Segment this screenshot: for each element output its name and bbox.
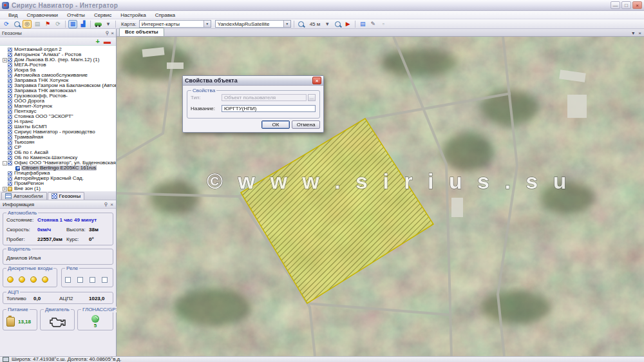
chevron-down-icon[interactable]: ▾ [632, 30, 634, 36]
expander-icon[interactable] [3, 125, 7, 129]
search-icon[interactable] [12, 20, 21, 28]
expander-icon[interactable] [3, 89, 7, 93]
tree-item[interactable]: Тьюозян [0, 140, 116, 145]
maximize-button[interactable]: □ [621, 1, 631, 9]
relay-checkbox[interactable] [102, 277, 108, 283]
dialog-close-icon[interactable]: × [312, 77, 321, 84]
expander-icon[interactable] [3, 110, 7, 114]
expander-icon[interactable] [3, 115, 7, 119]
tree-item[interactable]: СР [0, 145, 116, 150]
expander-icon[interactable] [3, 146, 7, 150]
close-icon[interactable]: × [110, 202, 113, 207]
chevron-down-icon[interactable]: ▾ [283, 21, 290, 27]
zoom-out-icon[interactable] [297, 20, 306, 28]
expander-icon[interactable] [3, 120, 7, 124]
tab-geozones[interactable]: Геозоны [48, 192, 85, 200]
tree-item[interactable]: Грузовозофф, Ростов- [0, 93, 116, 99]
expander-icon[interactable] [3, 53, 7, 57]
tree-item[interactable]: Citroen Berlingo Е205КС 161rus [0, 166, 116, 171]
menu-item[interactable]: Вид [4, 11, 22, 19]
map-source-select[interactable]: Интернет-карты ▾ [139, 20, 211, 28]
relay-checkbox[interactable] [90, 277, 95, 283]
tree-item[interactable]: Заправка ТНК Хотунок [0, 78, 116, 83]
expander-icon[interactable] [3, 156, 7, 160]
expander-icon[interactable] [3, 84, 7, 88]
expander-icon[interactable] [3, 48, 7, 52]
expander-icon[interactable]: + [3, 187, 7, 191]
expander-icon[interactable] [3, 171, 7, 176]
relay-checkbox[interactable] [65, 277, 71, 283]
tree-item[interactable]: Заправка Газпром на Баклановском (Автово… [0, 83, 116, 88]
expander-icon[interactable] [3, 79, 7, 83]
select-mode-icon[interactable]: ◎ [23, 20, 32, 28]
tree-item[interactable]: Искра 9а [0, 68, 116, 73]
close-button[interactable]: × [632, 1, 642, 9]
expander-icon[interactable]: - [3, 161, 7, 166]
tree-item[interactable]: Шахты БСМП [0, 124, 116, 129]
car-dropdown-icon[interactable]: ▾ [104, 20, 113, 28]
scale-dropdown-icon[interactable]: ▾ [323, 20, 332, 28]
tab-vehicles[interactable]: Автомобили [1, 192, 47, 200]
tree-item[interactable]: Заправка ТНК автовокзал [0, 88, 116, 93]
tree-item[interactable]: МЕГА-Ростов [0, 62, 116, 68]
zoom-in-icon[interactable] [333, 20, 342, 28]
relay-checkbox[interactable] [77, 277, 83, 283]
tree-item[interactable]: ООО Дорога [0, 99, 116, 104]
browse-button[interactable]: ... [308, 94, 316, 101]
car-icon[interactable] [93, 20, 102, 28]
tree-item[interactable]: Авторейнджер Красный Сад. [0, 176, 116, 181]
tree-item[interactable]: Птицефабрика [0, 171, 116, 176]
blank-icon[interactable]: ▫ [379, 20, 388, 28]
scale-value[interactable]: 45 м [310, 21, 321, 27]
expander-icon[interactable] [3, 68, 7, 73]
edit-icon[interactable]: ✎ [368, 20, 377, 28]
tree-item[interactable]: - Офис ООО "Навигатор", ул. Буденновская… [0, 160, 116, 166]
tree-item[interactable]: Н-транс [0, 119, 116, 124]
follow-icon[interactable]: ▶ [343, 20, 352, 28]
refresh-disabled-icon[interactable]: ⟳ [53, 20, 62, 28]
expander-icon[interactable] [10, 166, 15, 171]
refresh-icon[interactable]: ⟳ [2, 20, 11, 28]
expander-icon[interactable] [3, 140, 7, 145]
menu-item[interactable]: Настройка [116, 11, 150, 19]
expander-icon[interactable] [3, 94, 7, 99]
tree-item[interactable]: ПромРегион [0, 181, 116, 186]
expander-icon[interactable] [3, 182, 7, 186]
menu-item[interactable]: Справка [151, 11, 180, 19]
tree-item[interactable]: Пентхаус [0, 109, 116, 114]
map-layer-select[interactable]: YandexMapRuSatellite ▾ [215, 20, 291, 28]
tree-item[interactable]: ОБ по Каменск-Шахтинску [0, 155, 116, 160]
tree-item[interactable]: + Дом Лыкова В.Ю. (пер. Магн.12) (1) [0, 57, 116, 62]
list-icon[interactable]: ▤ [358, 20, 367, 28]
flag-icon[interactable]: ⚑ [43, 20, 52, 28]
track-icon[interactable]: ▤ [33, 20, 42, 28]
delete-geozone-button[interactable]: ▬ [104, 38, 111, 44]
dialog-title-bar[interactable]: Свойства объекта × [183, 76, 323, 86]
tree-item[interactable]: ОБ по г. Аксай [0, 150, 116, 155]
menu-item[interactable]: Сервис [90, 11, 116, 19]
tree-item[interactable]: Трамвайная [0, 135, 116, 140]
close-icon[interactable]: × [638, 30, 641, 36]
tree-item[interactable]: Авторынок "Алмаз" - Ростов [0, 52, 116, 57]
tree-item[interactable]: Магнит-Хотунок [0, 104, 116, 109]
close-icon[interactable]: × [111, 30, 114, 36]
tree-item[interactable]: Сириус Навигатор - производство [0, 129, 116, 135]
name-field[interactable]: ЮРГТУ(НПИ) [222, 105, 316, 112]
tree-item[interactable]: + Вне зон (1) [0, 186, 116, 191]
expander-icon[interactable] [3, 151, 7, 155]
expander-icon[interactable] [3, 135, 7, 140]
cancel-button[interactable]: Отмена [292, 120, 320, 129]
expander-icon[interactable] [3, 63, 7, 68]
tree-item[interactable]: Стоянка ООО "ЭСКОРТ" [0, 114, 116, 119]
pin-icon[interactable]: ⚲ [104, 202, 108, 207]
expander-icon[interactable] [3, 176, 7, 181]
expander-icon[interactable] [3, 130, 7, 135]
expander-icon[interactable]: + [3, 58, 7, 62]
chart-icon[interactable]: ▟ [79, 20, 88, 28]
ok-button[interactable]: ОК [261, 120, 290, 129]
menu-item[interactable]: Справочники [22, 11, 62, 19]
grid-icon[interactable]: ▦ [68, 20, 77, 28]
tab-all-objects[interactable]: Все объекты [119, 28, 164, 36]
tree-item[interactable]: Автомойка самообслуживание [0, 73, 116, 78]
expander-icon[interactable] [3, 73, 7, 78]
